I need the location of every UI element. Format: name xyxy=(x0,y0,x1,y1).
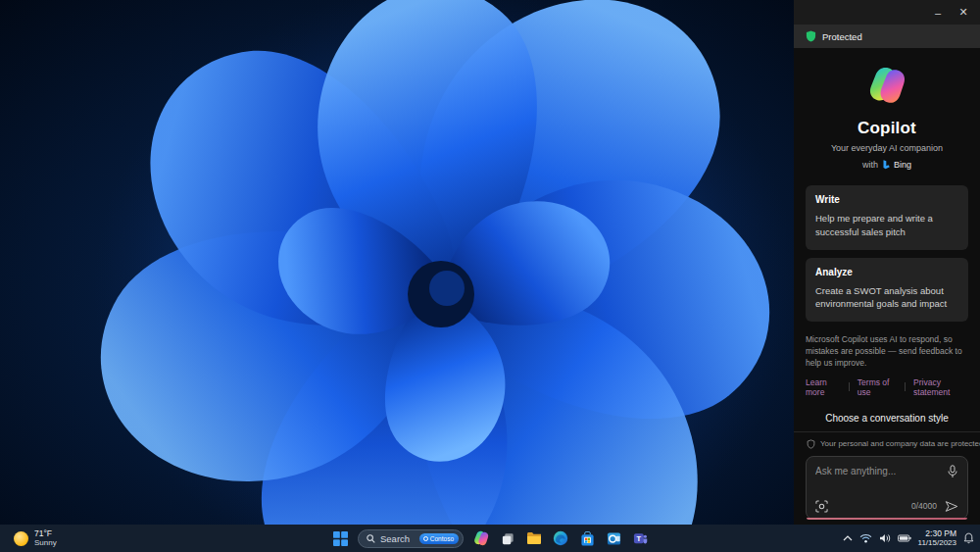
legal-links: Learn more Terms of use Privacy statemen… xyxy=(806,377,968,397)
send-button[interactable] xyxy=(945,500,958,513)
panel-titlebar: – ✕ xyxy=(794,0,980,25)
microphone-icon xyxy=(947,465,958,478)
send-icon xyxy=(945,500,958,513)
file-explorer-button[interactable] xyxy=(525,529,543,547)
shield-outline-icon xyxy=(807,439,815,449)
bing-logo-icon xyxy=(881,159,891,170)
tray-date: 11/15/2023 xyxy=(918,538,956,548)
sun-icon xyxy=(14,531,28,546)
microphone-button[interactable] xyxy=(947,465,958,478)
chat-composer[interactable]: 0/4000 xyxy=(806,456,968,520)
outlook-icon xyxy=(607,531,621,546)
card-title: Write xyxy=(815,194,958,205)
card-body: Create a SWOT analysis about environment… xyxy=(815,284,958,312)
taskbar-search[interactable]: Search Contoso xyxy=(358,529,464,548)
copilot-logo-icon xyxy=(867,66,906,105)
weather-condition: Sunny xyxy=(34,538,57,547)
copilot-hero: Copilot Your everyday AI companion with … xyxy=(794,66,980,170)
link-divider xyxy=(849,382,850,391)
add-screenshot-button[interactable] xyxy=(815,500,828,513)
desktop-wallpaper xyxy=(0,0,794,525)
close-button[interactable]: ✕ xyxy=(953,3,974,22)
copilot-app-icon xyxy=(473,530,489,546)
shield-icon xyxy=(806,30,816,42)
with-bing-row: with Bing xyxy=(794,159,980,170)
bloom-wallpaper-art xyxy=(0,0,794,525)
start-button[interactable] xyxy=(331,529,349,547)
task-view-button[interactable] xyxy=(499,529,516,547)
edge-icon xyxy=(553,530,568,546)
conversation-style-heading: Choose a conversation style xyxy=(794,413,980,424)
search-icon xyxy=(367,534,375,543)
contoso-logo-icon xyxy=(423,536,428,541)
battery-icon xyxy=(898,534,911,542)
copilot-title: Copilot xyxy=(794,119,980,138)
system-tray: 2:30 PM 11/15/2023 xyxy=(843,525,974,552)
weather-widget[interactable]: 71°F Sunny xyxy=(8,525,63,552)
privacy-note: Your personal and company data are prote… xyxy=(807,439,967,449)
edge-browser-button[interactable] xyxy=(552,529,569,547)
char-counter: 0/4000 xyxy=(911,501,937,511)
outlook-button[interactable] xyxy=(605,529,622,547)
protected-label: Protected xyxy=(822,31,862,42)
terms-of-use-link[interactable]: Terms of use xyxy=(858,377,897,397)
with-label: with xyxy=(862,160,878,170)
card-body: Help me prepare and write a successful s… xyxy=(815,212,958,239)
microsoft-store-icon xyxy=(580,531,595,546)
copilot-panel: – ✕ Protected xyxy=(794,0,980,525)
clock-widget[interactable]: 2:30 PM 11/15/2023 xyxy=(918,528,956,548)
link-divider xyxy=(905,382,906,391)
teams-button[interactable]: T xyxy=(631,529,649,547)
bell-icon xyxy=(963,532,974,544)
volume-button[interactable] xyxy=(879,533,891,543)
minimize-button[interactable]: – xyxy=(927,3,949,22)
suggestion-card-analyze[interactable]: Analyze Create a SWOT analysis about env… xyxy=(806,258,968,323)
microsoft-store-button[interactable] xyxy=(578,529,596,547)
teams-icon: T xyxy=(633,531,648,546)
protected-badge[interactable]: Protected xyxy=(794,25,980,48)
suggestion-card-write[interactable]: Write Help me prepare and write a succes… xyxy=(806,185,968,250)
taskbar-center: Search Contoso xyxy=(331,525,649,552)
screenshot-icon xyxy=(815,500,828,513)
tray-chevron-button[interactable] xyxy=(843,535,853,541)
bing-label: Bing xyxy=(894,160,911,170)
file-explorer-icon xyxy=(526,531,542,545)
windows-logo-icon xyxy=(333,531,348,546)
learn-more-link[interactable]: Learn more xyxy=(806,377,841,397)
chevron-up-icon xyxy=(843,535,853,541)
weather-temp: 71°F xyxy=(34,529,57,539)
svg-text:T: T xyxy=(636,533,641,542)
notifications-button[interactable] xyxy=(963,532,974,544)
privacy-note-text: Your personal and company data are prote… xyxy=(820,439,980,448)
wifi-icon xyxy=(859,533,872,543)
network-button[interactable] xyxy=(859,533,872,543)
contoso-badge: Contoso xyxy=(419,533,459,544)
taskbar-copilot-app[interactable] xyxy=(472,529,490,547)
search-label: Search xyxy=(380,533,415,544)
screen: – ✕ Protected xyxy=(0,0,980,552)
speaker-icon xyxy=(879,533,891,543)
card-title: Analyze xyxy=(815,267,958,277)
ask-input[interactable] xyxy=(815,466,947,477)
copilot-subtitle: Your everyday AI companion xyxy=(794,143,980,153)
tray-time: 2:30 PM xyxy=(918,528,956,538)
taskbar: 71°F Sunny Search Contoso xyxy=(0,525,980,552)
battery-button[interactable] xyxy=(898,534,911,542)
composer-section: Your personal and company data are prote… xyxy=(794,431,980,527)
task-view-icon xyxy=(501,531,515,546)
privacy-statement-link[interactable]: Privacy statement xyxy=(913,377,968,397)
ai-disclaimer: Microsoft Copilot uses AI to respond, so… xyxy=(806,334,968,370)
